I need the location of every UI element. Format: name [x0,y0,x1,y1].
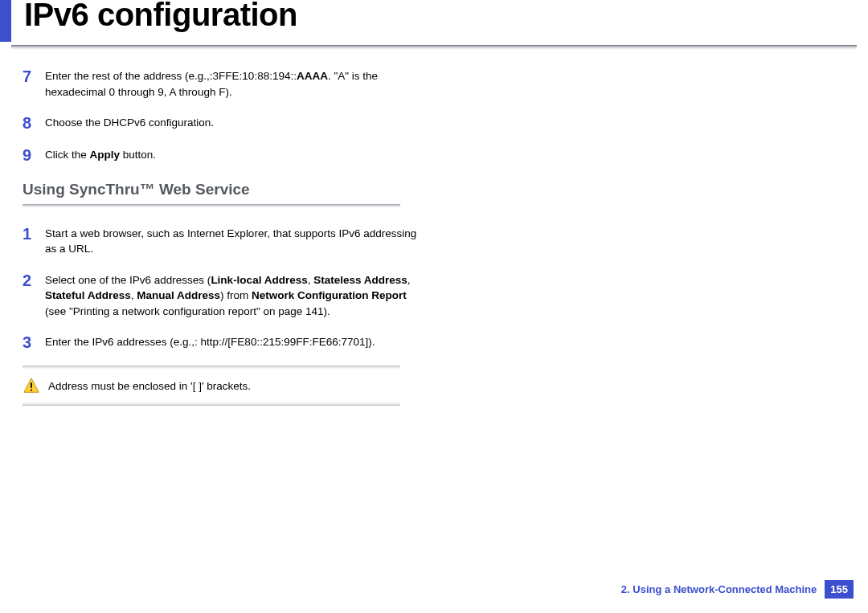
step-number: 1 [23,225,45,257]
step-number: 7 [23,67,45,100]
step-text: Enter the rest of the address (e.g.,:3FF… [45,70,297,82]
warning-box: Address must be enclosed in '[ ]' bracke… [23,369,400,403]
step-8: 8 Choose the DHCPv6 configuration. [23,114,424,132]
warning-text: Address must be enclosed in '[ ]' bracke… [48,378,251,394]
warning-divider-bottom [23,403,400,406]
step-body: Choose the DHCPv6 configuration. [45,114,424,132]
step-body: Select one of the IPv6 addresses (Link-l… [45,272,424,320]
step-text-after: button. [120,149,156,161]
svg-rect-1 [31,383,32,388]
section-underline [23,204,400,207]
warning-icon [23,377,40,394]
step-body: Enter the rest of the address (e.g.,:3FF… [45,67,424,100]
svg-rect-2 [31,390,32,391]
step-number: 2 [23,272,45,320]
step-9: 9 Click the Apply button. [23,146,424,164]
step-text: Click the [45,149,90,161]
step-number: 3 [23,333,45,351]
header-accent-bar [0,0,11,42]
content-column: 7 Enter the rest of the address (e.g.,:3… [23,67,424,406]
step-text: Choose the DHCPv6 configuration. [45,116,214,129]
step-7: 7 Enter the rest of the address (e.g.,:3… [23,67,424,100]
step-body: Start a web browser, such as Internet Ex… [45,225,424,257]
step-number: 9 [23,146,45,164]
step-text: Enter the IPv6 addresses (e.g.,: http://… [45,336,375,348]
step-3: 3 Enter the IPv6 addresses (e.g.,: http:… [23,333,424,351]
step-1: 1 Start a web browser, such as Internet … [23,225,424,257]
step-body: Enter the IPv6 addresses (e.g.,: http://… [45,333,424,351]
header-rule [11,45,857,50]
step-bold: Apply [90,149,121,161]
page-footer: 2. Using a Network-Connected Machine 155 [621,580,854,599]
footer-page-number: 155 [825,580,854,599]
section-title: Using SyncThru™ Web Service [23,178,424,201]
step-2: 2 Select one of the IPv6 addresses (Link… [23,272,424,320]
step-bold: AAAA [297,70,328,82]
footer-chapter: 2. Using a Network-Connected Machine [621,583,817,595]
page-title: IPv6 configuration [24,0,297,33]
step-number: 8 [23,114,45,132]
step-text: Start a web browser, such as Internet Ex… [45,227,416,255]
step-body: Click the Apply button. [45,146,424,164]
step-text: Select one of the IPv6 addresses ( [45,274,211,286]
step-bold: Link-local Address [211,274,307,286]
